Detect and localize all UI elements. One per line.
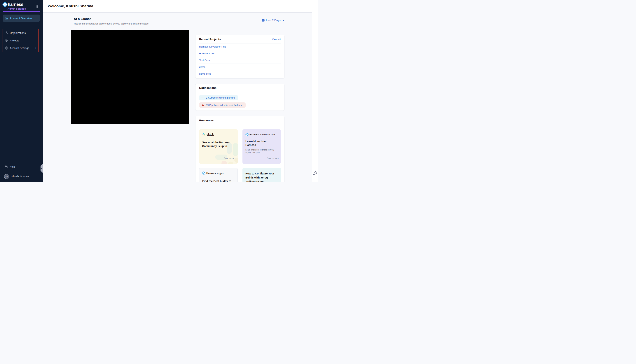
- sidebar: harness Admin Settings Account Overview …: [0, 0, 43, 182]
- harness-logo-icon: [246, 133, 248, 136]
- project-link[interactable]: demo-jfrog: [199, 72, 211, 75]
- project-link[interactable]: Test-Demo: [199, 59, 211, 62]
- resources-card: Resources slack See what the Harness Com…: [195, 116, 284, 182]
- developer-hub-body: Learn intelligent software delivery at y…: [246, 148, 275, 154]
- chevron-right-icon: ›: [278, 157, 278, 160]
- avatar: KS: [4, 174, 9, 179]
- collapse-arrow-icon: [41, 167, 42, 169]
- project-link[interactable]: Harness-Developer-Hub: [199, 45, 226, 48]
- recent-projects-card: Recent Projects View all Harness-Develop…: [195, 35, 284, 78]
- home-icon: [5, 16, 8, 20]
- glance-subtitle: Metrics brings together deployments acro…: [74, 22, 148, 25]
- sidebar-item-account-settings[interactable]: Account Settings ›: [3, 44, 38, 52]
- failed-pipelines-label: 39 Pipelines failed in past 24 hours: [206, 104, 243, 106]
- notifications-title: Notifications: [199, 86, 216, 90]
- support-brand: Harness support: [206, 172, 224, 175]
- sidebar-divider: [3, 26, 40, 26]
- sidebar-item-label: Account Settings: [10, 46, 29, 50]
- developer-hub-brand: Harness developer hub: [250, 133, 275, 136]
- project-link[interactable]: demo: [199, 66, 206, 68]
- jfrog-headline: How to Configure Your Builds with JFrog …: [246, 172, 277, 182]
- gear-icon: [5, 46, 8, 50]
- sidebar-item-account-overview[interactable]: Account Overview: [3, 14, 40, 22]
- recent-projects-title: Recent Projects: [199, 38, 221, 41]
- chevron-right-icon: ›: [234, 157, 235, 160]
- module-subtitle: Admin Settings: [8, 7, 26, 10]
- organizations-icon: [5, 31, 8, 34]
- brand-divider: [3, 11, 40, 12]
- sidebar-item-organizations[interactable]: Organizations: [3, 29, 38, 37]
- date-range-dropdown[interactable]: Last 7 Days: [262, 18, 284, 22]
- resources-title: Resources: [199, 119, 214, 122]
- failed-pipelines-notification[interactable]: 39 Pipelines failed in past 24 hours: [199, 102, 246, 108]
- support-headline: Find the Best buddy to: [202, 179, 236, 182]
- chevron-right-icon: ›: [35, 46, 36, 50]
- developer-hub-resource-card[interactable]: Harness developer hub Learn More from Ha…: [242, 129, 281, 164]
- chat-bubbles-icon[interactable]: [312, 171, 318, 176]
- app-switcher-icon[interactable]: [35, 5, 38, 8]
- harness-admin-dashboard: { "sidebar": { "brand": "harness", "subt…: [0, 0, 318, 182]
- projects-cube-icon: [5, 39, 8, 42]
- slack-logo-icon: [202, 133, 205, 136]
- caret-down-icon: [283, 20, 284, 21]
- slack-resource-card[interactable]: slack See what the Harness Community is …: [199, 129, 238, 164]
- slack-see-more-link[interactable]: See more›: [224, 157, 235, 160]
- help-label: Help: [10, 165, 15, 168]
- jfrog-resource-card[interactable]: How to Configure Your Builds with JFrog …: [242, 168, 281, 182]
- project-list: Harness-Developer-Hub Harness Code Test-…: [196, 44, 284, 78]
- running-dots-icon: •••: [202, 97, 204, 99]
- harness-logo-icon: [3, 2, 7, 7]
- notifications-card: Notifications ••• 1 Currently running pi…: [195, 84, 284, 111]
- slack-wordmark: slack: [206, 133, 214, 136]
- page-title: Welcome, Khushi Sharma: [48, 4, 93, 8]
- developer-hub-headline: Learn More from Harness: [246, 140, 271, 147]
- user-menu[interactable]: KS Khushi Sharma: [3, 174, 40, 179]
- resources-grid: slack See what the Harness Community is …: [196, 125, 284, 182]
- main-content: At a Glance Metrics brings together depl…: [43, 12, 312, 182]
- view-all-link[interactable]: View all: [272, 38, 280, 41]
- project-link[interactable]: Harness Code: [199, 52, 215, 55]
- running-pipeline-label: 1 Currently running pipeline: [206, 96, 236, 99]
- support-resource-card[interactable]: Harness support Find the Best buddy to: [199, 168, 238, 182]
- help-chat-icon: ?: [4, 165, 8, 168]
- date-range-label: Last 7 Days: [266, 18, 280, 22]
- brand-name: harness: [8, 2, 23, 7]
- sidebar-item-help[interactable]: ? Help: [3, 164, 40, 169]
- harness-logo-icon: [202, 172, 205, 175]
- sidebar-item-label: Organizations: [10, 32, 26, 34]
- warning-triangle-icon: [202, 104, 204, 106]
- page-header: Welcome, Khushi Sharma: [43, 0, 312, 12]
- calendar-icon: [262, 19, 265, 22]
- sidebar-item-label: Account Overview: [10, 17, 32, 20]
- right-column: Recent Projects View all Harness-Develop…: [195, 35, 284, 182]
- right-rail: [312, 0, 318, 182]
- glance-title: At a Glance: [74, 17, 92, 21]
- slack-decorative-logo: [215, 142, 238, 164]
- sidebar-item-label: Projects: [10, 39, 19, 42]
- red-annotation-box: Organizations Projects Account Settings …: [2, 29, 38, 52]
- running-pipeline-notification[interactable]: ••• 1 Currently running pipeline: [199, 95, 238, 100]
- sidebar-item-projects[interactable]: Projects: [3, 37, 38, 44]
- user-name: Khushi Sharma: [12, 175, 29, 178]
- glance-chart-redacted: [71, 30, 189, 124]
- developer-hub-see-more-link[interactable]: See more›: [267, 157, 278, 160]
- svg-text:?: ?: [6, 166, 6, 167]
